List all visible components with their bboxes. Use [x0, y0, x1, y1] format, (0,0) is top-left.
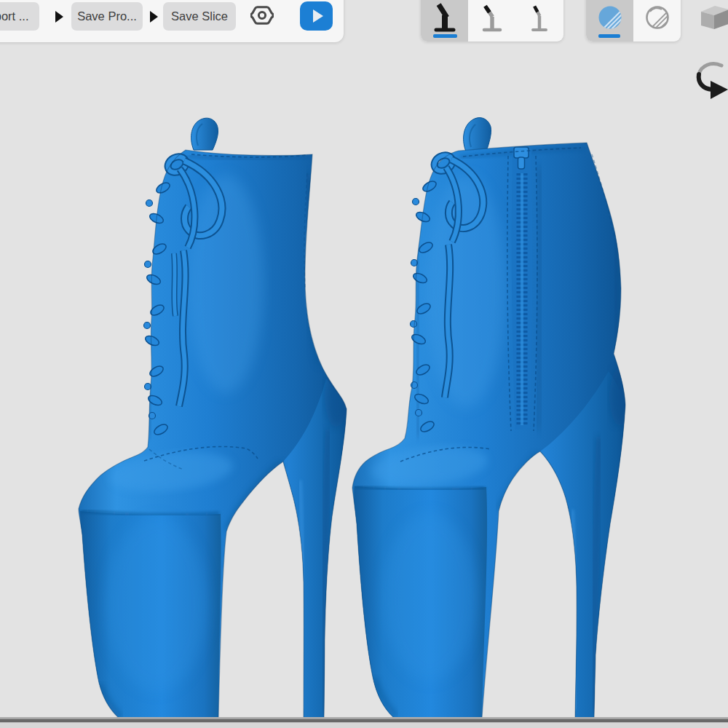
hex-gear-icon: [250, 4, 274, 27]
model-boot-left[interactable]: [79, 118, 348, 721]
save-project-button[interactable]: Save Pro...: [71, 2, 143, 31]
support-light-button[interactable]: [515, 0, 563, 41]
save-slice-button[interactable]: Save Slice: [163, 2, 236, 31]
support-pillar-medium-icon: [480, 1, 505, 34]
orientation-cube[interactable]: [700, 4, 728, 31]
selected-underline: [433, 34, 457, 38]
support-medium-button[interactable]: [468, 0, 515, 41]
left-boot-pull-tab: [191, 118, 218, 150]
right-boot-pull-tab: [464, 118, 491, 151]
model-boot-right[interactable]: [352, 118, 631, 721]
solid-view-button[interactable]: [586, 0, 633, 41]
viewport-canvas[interactable]: [0, 0, 728, 728]
play-icon: [313, 9, 323, 23]
sphere-solid-icon: [596, 1, 625, 33]
sphere-wireframe-icon: [643, 1, 672, 33]
floor-line: [0, 717, 728, 728]
right-arrow-icon: [150, 11, 158, 23]
settings-button[interactable]: [250, 4, 274, 27]
display-mode-panel: [586, 0, 681, 41]
support-heavy-button[interactable]: [421, 0, 468, 41]
right-boot-zipper: [512, 147, 533, 430]
support-pillar-light-icon: [527, 1, 552, 34]
export-button[interactable]: xport ...: [0, 2, 39, 31]
start-slicing-button[interactable]: [300, 1, 333, 31]
rotate-view-arrow-icon: [692, 60, 728, 100]
iso-cube-icon: [700, 4, 728, 31]
support-pillar-heavy-icon: [432, 1, 457, 34]
support-mode-panel: [421, 0, 563, 41]
file-actions-panel: xport ... Save Pro... Save Slice: [0, 0, 344, 42]
rotate-view-control[interactable]: [692, 60, 728, 100]
selected-underline: [598, 34, 620, 38]
wireframe-view-button[interactable]: [633, 0, 681, 41]
right-arrow-icon: [55, 11, 63, 23]
